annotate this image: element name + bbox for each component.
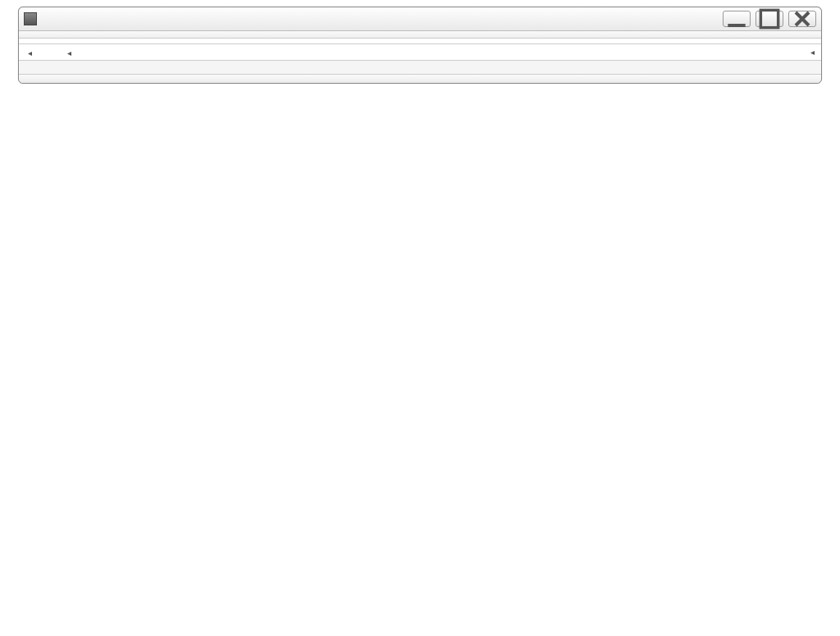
header-id[interactable]: ◂ [25, 46, 65, 58]
statusbar [19, 61, 821, 74]
sort-indicator-icon: ◂ [28, 48, 32, 57]
menubar [19, 31, 821, 39]
document-filename [19, 39, 821, 44]
svg-rect-0 [760, 10, 778, 27]
column-headers: ◂ ◂ ◂ [19, 44, 821, 61]
close-button[interactable] [788, 11, 816, 27]
minimize-button[interactable] [723, 11, 751, 27]
maximize-button[interactable] [756, 11, 783, 27]
toolbar [19, 74, 821, 83]
header-end-indicator-icon: ◂ [810, 48, 815, 57]
app-icon [24, 12, 37, 25]
sort-indicator-icon: ◂ [67, 48, 71, 57]
window-controls [723, 11, 816, 27]
app-window: ◂ ◂ ◂ [18, 7, 822, 84]
header-name[interactable]: ◂ [65, 46, 192, 58]
titlebar [19, 7, 821, 31]
